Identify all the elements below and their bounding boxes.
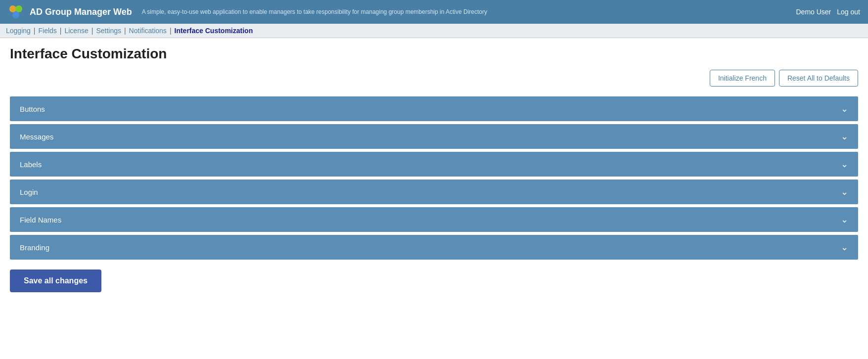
main-content: Interface Customization Initialize Frenc…	[0, 38, 868, 300]
chevron-down-icon: ⌄	[841, 186, 848, 197]
chevron-down-icon: ⌄	[841, 131, 848, 142]
save-all-changes-button[interactable]: Save all changes	[10, 269, 101, 292]
nav-item-license[interactable]: License	[64, 27, 88, 35]
app-subtitle: A simple, easy-to-use web application to…	[142, 8, 487, 15]
page-title: Interface Customization	[10, 46, 858, 62]
nav-item-interface-customization[interactable]: Interface Customization	[175, 27, 253, 35]
accordion-container: Buttons ⌄ Messages ⌄ Labels ⌄ Login ⌄ Fi…	[10, 96, 858, 260]
nav-item-settings[interactable]: Settings	[96, 27, 121, 35]
nav-item-logging[interactable]: Logging	[6, 27, 31, 35]
accordion-login-label: Login	[20, 188, 38, 196]
nav-bar: Logging | Fields | License | Settings | …	[0, 24, 868, 38]
header-left: AD Group Manager Web A simple, easy-to-u…	[8, 4, 487, 20]
reset-all-defaults-button[interactable]: Reset All to Defaults	[779, 70, 858, 87]
accordion-messages[interactable]: Messages ⌄	[10, 124, 858, 149]
nav-sep-1: |	[34, 27, 36, 35]
nav-sep-3: |	[91, 27, 93, 35]
accordion-field-names[interactable]: Field Names ⌄	[10, 207, 858, 232]
nav-sep-4: |	[124, 27, 126, 35]
accordion-messages-label: Messages	[20, 133, 53, 141]
nav-item-notifications[interactable]: Notifications	[129, 27, 167, 35]
header-right: Demo User Log out	[796, 8, 860, 16]
accordion-branding-label: Branding	[20, 243, 49, 252]
app-logo-icon	[8, 4, 24, 20]
chevron-down-icon: ⌄	[841, 242, 848, 253]
initialize-french-button[interactable]: Initialize French	[710, 70, 775, 87]
chevron-down-icon: ⌄	[841, 159, 848, 170]
save-section: Save all changes	[10, 269, 858, 292]
chevron-down-icon: ⌄	[841, 103, 848, 114]
svg-point-1	[15, 5, 22, 12]
nav-item-fields[interactable]: Fields	[38, 27, 56, 35]
chevron-down-icon: ⌄	[841, 214, 848, 225]
accordion-buttons[interactable]: Buttons ⌄	[10, 96, 858, 121]
app-header: AD Group Manager Web A simple, easy-to-u…	[0, 0, 868, 24]
svg-point-0	[9, 5, 16, 12]
nav-sep-2: |	[60, 27, 62, 35]
app-title: AD Group Manager Web	[30, 7, 132, 17]
accordion-field-names-label: Field Names	[20, 216, 61, 224]
demo-user-link[interactable]: Demo User	[796, 8, 831, 16]
accordion-buttons-label: Buttons	[20, 105, 45, 113]
nav-sep-5: |	[170, 27, 172, 35]
logout-link[interactable]: Log out	[837, 8, 860, 16]
accordion-branding[interactable]: Branding ⌄	[10, 235, 858, 260]
accordion-login[interactable]: Login ⌄	[10, 180, 858, 204]
accordion-labels-label: Labels	[20, 160, 42, 169]
accordion-labels[interactable]: Labels ⌄	[10, 152, 858, 177]
top-actions: Initialize French Reset All to Defaults	[10, 70, 858, 87]
svg-point-2	[12, 11, 19, 18]
